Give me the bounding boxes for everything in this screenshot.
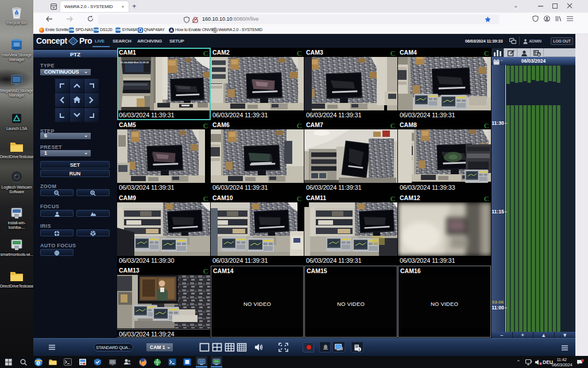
svg-text:e: e (36, 358, 40, 367)
svg-text:o: o (538, 52, 540, 56)
